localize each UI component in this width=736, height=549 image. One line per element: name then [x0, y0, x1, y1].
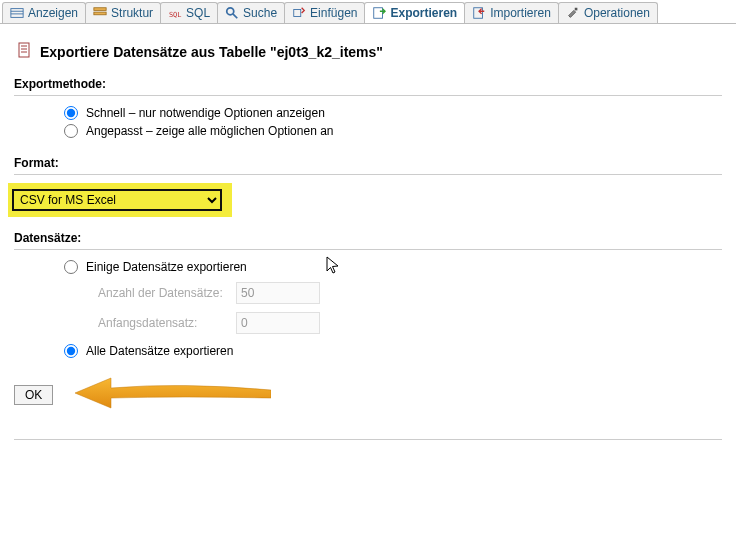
svg-rect-4: [94, 12, 106, 15]
rows-subfields: Anzahl der Datensätze: Anfangsdatensatz:: [98, 282, 722, 334]
divider: [14, 95, 722, 96]
tab-bar: Anzeigen Struktur SQL SQL Suche Einfügen…: [0, 0, 736, 24]
browse-icon: [10, 6, 24, 20]
svg-line-7: [233, 14, 237, 18]
insert-icon: [292, 6, 306, 20]
tab-sql[interactable]: SQL SQL: [160, 2, 218, 23]
page-heading: Exportiere Datensätze aus Tabelle "ej0t3…: [0, 24, 736, 67]
annotation-arrow-icon: [71, 376, 271, 413]
ok-button[interactable]: [14, 385, 53, 405]
operations-icon: [566, 6, 580, 20]
format-title: Format:: [14, 156, 722, 170]
import-icon: [472, 6, 486, 20]
rows-start-label: Anfangsdatensatz:: [98, 316, 228, 330]
export-method-custom-label: Angepasst – zeige alle möglichen Optione…: [86, 124, 334, 138]
rows-all-radio[interactable]: [64, 344, 78, 358]
export-method-title: Exportmethode:: [14, 77, 722, 91]
export-method-section: Exportmethode: Schnell – nur notwendige …: [0, 67, 736, 146]
export-heading-icon: [18, 42, 34, 61]
tab-label: Struktur: [111, 6, 153, 20]
format-highlight: CSV for MS Excel: [8, 183, 232, 217]
divider: [14, 249, 722, 250]
export-method-custom-radio[interactable]: [64, 124, 78, 138]
tab-label: Exportieren: [390, 6, 457, 20]
svg-rect-0: [11, 9, 23, 18]
tab-suche[interactable]: Suche: [217, 2, 285, 23]
svg-point-6: [227, 8, 234, 15]
rows-start-input[interactable]: [236, 312, 320, 334]
rows-count-label: Anzahl der Datensätze:: [98, 286, 228, 300]
divider: [14, 439, 722, 440]
rows-some-radio[interactable]: [64, 260, 78, 274]
tab-einfuegen[interactable]: Einfügen: [284, 2, 365, 23]
page-title: Exportiere Datensätze aus Tabelle "ej0t3…: [40, 44, 383, 60]
tab-label: Importieren: [490, 6, 551, 20]
format-section: Format: CSV for MS Excel: [0, 146, 736, 221]
tab-label: Suche: [243, 6, 277, 20]
tab-label: Anzeigen: [28, 6, 78, 20]
tab-exportieren[interactable]: Exportieren: [364, 2, 465, 23]
svg-rect-3: [94, 8, 106, 11]
svg-rect-12: [19, 43, 29, 57]
svg-rect-9: [374, 8, 383, 19]
rows-section: Datensätze: Einige Datensätze exportiere…: [0, 221, 736, 366]
sql-icon: SQL: [168, 6, 182, 20]
divider: [14, 174, 722, 175]
svg-text:SQL: SQL: [169, 11, 182, 19]
tab-operationen[interactable]: Operationen: [558, 2, 658, 23]
svg-rect-8: [294, 10, 301, 17]
rows-title: Datensätze:: [14, 231, 722, 245]
tab-importieren[interactable]: Importieren: [464, 2, 559, 23]
tab-label: Operationen: [584, 6, 650, 20]
export-icon: [372, 6, 386, 20]
rows-count-input[interactable]: [236, 282, 320, 304]
format-select[interactable]: CSV for MS Excel: [12, 189, 222, 211]
rows-all-label: Alle Datensätze exportieren: [86, 344, 233, 358]
export-method-quick-label: Schnell – nur notwendige Optionen anzeig…: [86, 106, 325, 120]
search-icon: [225, 6, 239, 20]
tab-label: SQL: [186, 6, 210, 20]
submit-row: [0, 366, 736, 431]
structure-icon: [93, 6, 107, 20]
tab-anzeigen[interactable]: Anzeigen: [2, 2, 86, 23]
rows-some-label: Einige Datensätze exportieren: [86, 260, 247, 274]
svg-rect-11: [575, 8, 578, 11]
tab-struktur[interactable]: Struktur: [85, 2, 161, 23]
export-method-quick-radio[interactable]: [64, 106, 78, 120]
tab-label: Einfügen: [310, 6, 357, 20]
